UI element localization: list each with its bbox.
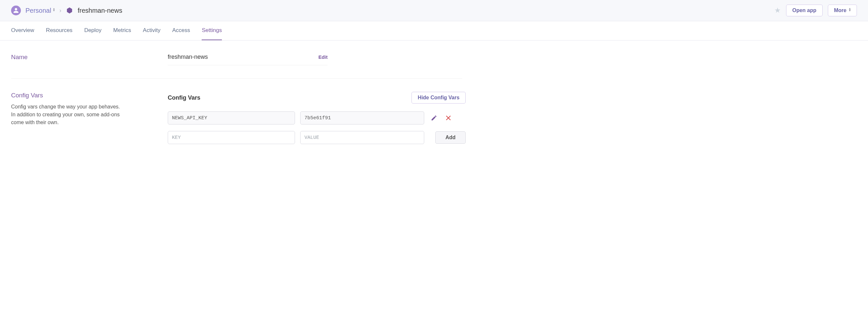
tab-deploy[interactable]: Deploy xyxy=(84,21,101,40)
add-var-button[interactable]: Add xyxy=(435,131,466,144)
config-var-new-row: Add xyxy=(168,131,466,144)
tabs: Overview Resources Deploy Metrics Activi… xyxy=(0,21,868,40)
close-icon xyxy=(445,115,452,121)
tab-resources[interactable]: Resources xyxy=(46,21,72,40)
edit-var-button[interactable] xyxy=(429,113,439,122)
more-label: More xyxy=(834,7,846,13)
breadcrumb-account[interactable]: Personal ▴▾ xyxy=(26,7,55,15)
config-var-key-input[interactable] xyxy=(168,111,295,124)
tab-overview[interactable]: Overview xyxy=(11,21,34,40)
open-app-label: Open app xyxy=(792,7,816,13)
hide-config-vars-button[interactable]: Hide Config Vars xyxy=(411,92,466,104)
open-app-button[interactable]: Open app xyxy=(786,5,823,16)
updown-icon: ▴▾ xyxy=(849,8,851,12)
tab-access[interactable]: Access xyxy=(172,21,190,40)
tab-metrics[interactable]: Metrics xyxy=(113,21,131,40)
tab-settings[interactable]: Settings xyxy=(202,21,222,40)
updown-icon: ▴▾ xyxy=(53,8,55,12)
breadcrumb: Personal ▴▾ › freshman-news xyxy=(11,5,122,16)
tab-activity[interactable]: Activity xyxy=(143,21,160,40)
new-var-key-input[interactable] xyxy=(168,131,295,144)
breadcrumb-app[interactable]: freshman-news xyxy=(78,7,122,15)
hexagon-icon xyxy=(66,7,73,14)
delete-var-button[interactable] xyxy=(444,113,453,122)
pencil-icon xyxy=(431,115,437,121)
config-var-value-input[interactable] xyxy=(300,111,424,124)
breadcrumb-account-label: Personal xyxy=(26,7,51,15)
person-icon xyxy=(13,7,19,13)
edit-name-link[interactable]: Edit xyxy=(318,54,328,60)
app-name-value: freshman-news xyxy=(168,54,208,60)
name-section-title: Name xyxy=(11,54,168,61)
avatar[interactable] xyxy=(11,5,21,16)
config-section-desc: Config vars change the way your app beha… xyxy=(11,103,125,126)
chevron-right-icon: › xyxy=(59,7,61,14)
config-section-title: Config Vars xyxy=(11,92,168,99)
more-button[interactable]: More ▴▾ xyxy=(828,5,857,16)
star-icon[interactable]: ★ xyxy=(774,6,781,15)
config-var-row xyxy=(168,111,466,124)
new-var-value-input[interactable] xyxy=(300,131,424,144)
config-panel-title: Config Vars xyxy=(168,94,200,101)
